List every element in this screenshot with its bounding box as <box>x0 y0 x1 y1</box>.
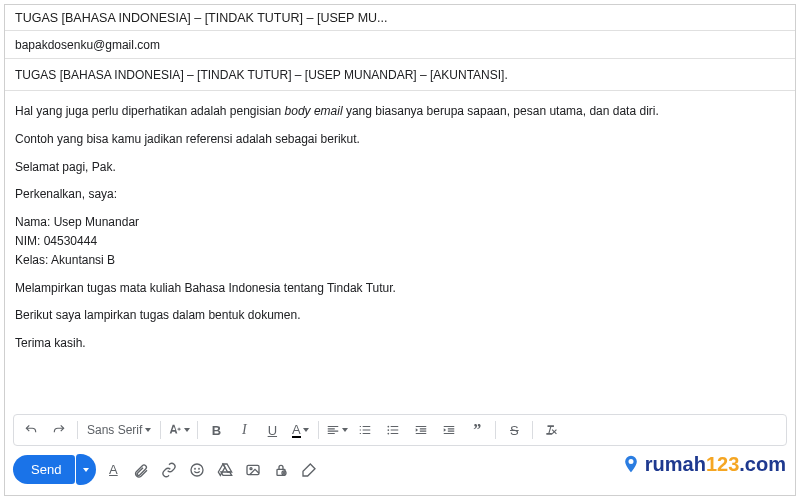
align-button[interactable] <box>324 418 350 442</box>
body-paragraph: Hal yang juga perlu diperhatikan adalah … <box>15 103 785 120</box>
svg-point-7 <box>250 467 252 469</box>
body-paragraph: Berikut saya lampirkan tugas dalam bentu… <box>15 307 785 324</box>
font-select[interactable]: Sans Serif <box>83 423 155 437</box>
insert-link-button[interactable] <box>158 459 180 481</box>
bold-button[interactable]: B <box>203 418 229 442</box>
svg-point-2 <box>388 433 390 435</box>
svg-point-4 <box>195 468 196 469</box>
chevron-down-icon <box>83 468 89 472</box>
insert-signature-button[interactable] <box>298 459 320 481</box>
send-button-label: Send <box>31 462 61 477</box>
redo-button[interactable] <box>46 418 72 442</box>
send-button[interactable]: Send <box>13 455 75 484</box>
toolbar-separator <box>532 421 533 439</box>
window-title: TUGAS [BAHASA INDONESIA] – [TINDAK TUTUR… <box>5 5 795 31</box>
chevron-down-icon <box>145 428 151 432</box>
toolbar-separator <box>318 421 319 439</box>
undo-button[interactable] <box>18 418 44 442</box>
italic-button[interactable]: I <box>231 418 257 442</box>
confidential-mode-button[interactable] <box>270 459 292 481</box>
watermark-logo: rumah123.com <box>621 452 786 476</box>
body-paragraph: Perkenalkan, saya: <box>15 186 785 203</box>
window-title-text: TUGAS [BAHASA INDONESIA] – [TINDAK TUTUR… <box>15 11 388 25</box>
body-line-nim: NIM: 04530444 <box>15 233 785 250</box>
text-color-button[interactable]: A <box>287 418 313 442</box>
body-paragraph: Contoh yang bisa kamu jadikan referensi … <box>15 131 785 148</box>
formatting-toggle-button[interactable]: A <box>102 459 124 481</box>
subject-value: TUGAS [BAHASA INDONESIA] – [TINDAK TUTUR… <box>15 68 508 82</box>
chevron-down-icon <box>184 428 190 432</box>
map-pin-icon <box>621 452 641 476</box>
body-line-name: Nama: Usep Munandar <box>15 214 785 231</box>
subject-field[interactable]: TUGAS [BAHASA INDONESIA] – [TINDAK TUTUR… <box>5 59 795 91</box>
insert-drive-button[interactable] <box>214 459 236 481</box>
toolbar-separator <box>197 421 198 439</box>
svg-point-0 <box>388 426 390 428</box>
insert-emoji-button[interactable] <box>186 459 208 481</box>
format-toolbar: Sans Serif B I U A <box>13 414 787 446</box>
recipient-value: bapakdosenku@gmail.com <box>15 38 160 52</box>
svg-point-1 <box>388 429 390 431</box>
svg-point-3 <box>191 464 203 476</box>
attach-file-button[interactable] <box>130 459 152 481</box>
recipient-field[interactable]: bapakdosenku@gmail.com <box>5 31 795 59</box>
compose-body[interactable]: Hal yang juga perlu diperhatikan adalah … <box>5 91 795 414</box>
svg-rect-6 <box>247 465 259 474</box>
chevron-down-icon <box>303 428 309 432</box>
font-select-label: Sans Serif <box>87 423 142 437</box>
remove-formatting-button[interactable] <box>538 418 564 442</box>
underline-button[interactable]: U <box>259 418 285 442</box>
body-identity-block: Nama: Usep Munandar NIM: 04530444 Kelas:… <box>15 214 785 268</box>
bulleted-list-button[interactable] <box>380 418 406 442</box>
font-size-button[interactable] <box>166 418 192 442</box>
send-options-button[interactable] <box>76 454 96 485</box>
indent-more-button[interactable] <box>436 418 462 442</box>
body-paragraph: Selamat pagi, Pak. <box>15 159 785 176</box>
numbered-list-button[interactable] <box>352 418 378 442</box>
svg-point-5 <box>199 468 200 469</box>
strikethrough-button[interactable]: S <box>501 418 527 442</box>
toolbar-separator <box>160 421 161 439</box>
chevron-down-icon <box>342 428 348 432</box>
body-line-kelas: Kelas: Akuntansi B <box>15 252 785 269</box>
body-paragraph: Terima kasih. <box>15 335 785 352</box>
indent-less-button[interactable] <box>408 418 434 442</box>
toolbar-separator <box>77 421 78 439</box>
quote-button[interactable]: ” <box>464 418 490 442</box>
body-paragraph: Melampirkan tugas mata kuliah Bahasa Ind… <box>15 280 785 297</box>
watermark-text: rumah123.com <box>645 453 786 476</box>
toolbar-separator <box>495 421 496 439</box>
compose-window: TUGAS [BAHASA INDONESIA] – [TINDAK TUTUR… <box>4 4 796 496</box>
insert-photo-button[interactable] <box>242 459 264 481</box>
